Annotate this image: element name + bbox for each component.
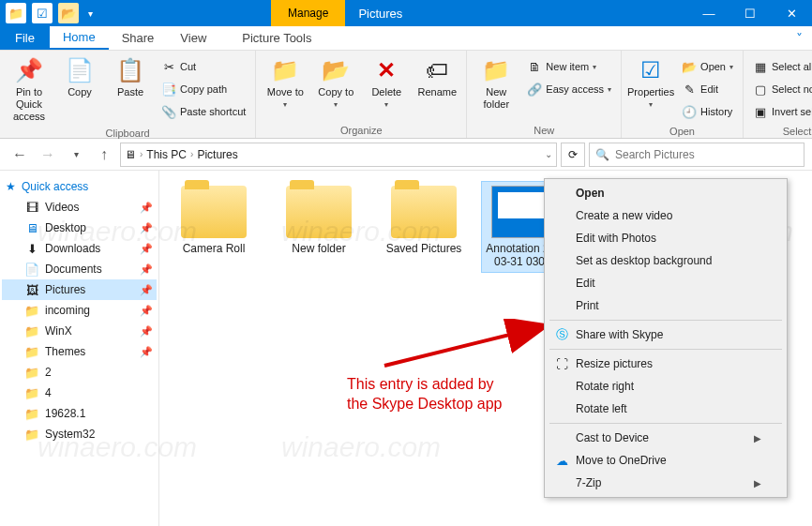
back-button[interactable]: ← <box>8 143 32 167</box>
qat-properties-icon[interactable]: ☑ <box>32 3 53 23</box>
tab-file[interactable]: File <box>0 26 50 50</box>
ctx-onedrive[interactable]: ☁Move to OneDrive <box>548 449 784 472</box>
chevron-right-icon: ▶ <box>754 478 761 488</box>
sidebar-item-incoming[interactable]: 📁incoming📌 <box>2 300 157 321</box>
file-item-camera-roll[interactable]: Camera Roll <box>167 182 261 259</box>
address-bar[interactable]: 🖥 › This PC › Pictures ⌄ <box>120 143 557 167</box>
new-group-label: New <box>473 123 615 136</box>
ctx-open[interactable]: Open <box>548 182 784 204</box>
easy-access-button[interactable]: 🔗Easy access ▾ <box>527 79 611 99</box>
ribbon-tabs: File Home Share View Picture Tools ˅ <box>0 26 812 51</box>
resize-icon: ⛶ <box>553 357 570 371</box>
titlebar: 📁 ☑ 📂 ▾ Manage Pictures — ☐ ✕ <box>0 0 812 26</box>
address-dropdown-icon[interactable]: ⌄ <box>545 149 552 159</box>
ctx-share-skype[interactable]: ⓈShare with Skype <box>548 323 784 346</box>
tab-home[interactable]: Home <box>50 26 109 50</box>
chevron-right-icon[interactable]: › <box>190 149 193 159</box>
rename-button[interactable]: 🏷Rename <box>414 54 460 100</box>
forward-button[interactable]: → <box>36 143 60 167</box>
minimize-button[interactable]: — <box>688 0 729 26</box>
select-none-button[interactable]: ▢Select none <box>753 79 812 99</box>
pc-icon: 🖥 <box>125 148 136 161</box>
sidebar-item-19628[interactable]: 📁19628.1 <box>2 403 157 424</box>
delete-button[interactable]: ✕Delete▾ <box>363 54 410 112</box>
copy-label: Copy <box>68 86 92 98</box>
ctx-rotate-left[interactable]: Rotate left <box>548 398 784 420</box>
ctx-edit-photos[interactable]: Edit with Photos <box>548 227 784 249</box>
contextual-tab-manage[interactable]: Manage <box>271 0 345 26</box>
skype-icon: Ⓢ <box>553 326 570 343</box>
refresh-button[interactable]: ⟳ <box>561 143 585 167</box>
maximize-button[interactable]: ☐ <box>729 0 771 26</box>
ribbon: 📌Pin to Quick access 📄Copy 📋Paste ✂Cut 📑… <box>0 51 812 139</box>
ctx-rotate-right[interactable]: Rotate right <box>548 375 784 398</box>
breadcrumb-thispc[interactable]: This PC <box>146 148 187 161</box>
breadcrumb-pictures[interactable]: Pictures <box>197 148 237 161</box>
close-button[interactable]: ✕ <box>771 0 812 26</box>
pictures-icon: 🖼 <box>24 283 39 297</box>
history-button[interactable]: 🕘History <box>682 101 733 122</box>
copy-path-button[interactable]: 📑Copy path <box>161 79 246 99</box>
folder-icon: 📁 <box>24 386 39 400</box>
folder-app-icon[interactable]: 📁 <box>6 3 26 23</box>
sidebar-quick-access[interactable]: ★Quick access <box>2 176 157 197</box>
ribbon-group-open: ☑Properties▾ 📂Open ▾ ✎Edit 🕘History Open <box>622 51 744 138</box>
ctx-edit[interactable]: Edit <box>548 272 784 294</box>
tab-share[interactable]: Share <box>109 26 168 50</box>
qat-newfolder-icon[interactable]: 📂 <box>58 3 79 23</box>
sidebar-item-downloads[interactable]: ⬇Downloads📌 <box>2 238 157 259</box>
select-all-button[interactable]: ▦Select all <box>753 56 812 77</box>
search-input[interactable]: 🔍 Search Pictures <box>589 143 804 167</box>
sidebar-item-system32[interactable]: 📁System32 <box>2 424 157 444</box>
pin-icon: 📌 <box>140 284 153 296</box>
copy-button[interactable]: 📄Copy <box>56 54 103 100</box>
sidebar-item-themes[interactable]: 📁Themes📌 <box>2 341 157 362</box>
recent-locations-button[interactable]: ▾ <box>64 143 88 167</box>
paste-shortcut-button[interactable]: 📎Paste shortcut <box>161 101 246 122</box>
invert-selection-button[interactable]: ▣Invert selection <box>753 101 812 122</box>
new-folder-button[interactable]: 📁New folder <box>473 54 519 113</box>
sidebar-item-pictures[interactable]: 🖼Pictures📌 <box>2 279 157 300</box>
tab-view[interactable]: View <box>167 26 219 50</box>
organize-group-label: Organize <box>262 123 460 136</box>
desktop-icon: 🖥 <box>24 221 39 235</box>
downloads-icon: ⬇ <box>24 242 39 256</box>
new-item-icon: 🗎 <box>527 60 542 74</box>
sidebar-item-4[interactable]: 📁4 <box>2 383 157 403</box>
pin-quickaccess-button[interactable]: 📌Pin to Quick access <box>6 54 53 126</box>
new-item-button[interactable]: 🗎New item ▾ <box>527 56 611 77</box>
selectall-icon: ▦ <box>753 60 768 74</box>
ctx-print[interactable]: Print <box>548 294 784 317</box>
ctx-create-video[interactable]: Create a new video <box>548 204 784 227</box>
context-menu: Open Create a new video Edit with Photos… <box>544 178 788 498</box>
ctx-cast[interactable]: Cast to Device▶ <box>548 427 784 449</box>
paste-button[interactable]: 📋Paste <box>107 54 154 100</box>
videos-icon: 🎞 <box>24 201 39 215</box>
ribbon-expand-icon[interactable]: ˅ <box>787 26 812 50</box>
qat-customize-icon[interactable]: ▾ <box>84 8 97 19</box>
folder-icon <box>181 186 247 238</box>
pin-icon: 📌 <box>140 243 153 255</box>
ctx-set-background[interactable]: Set as desktop background <box>548 249 784 272</box>
sidebar-item-videos[interactable]: 🎞Videos📌 <box>2 197 157 218</box>
copy-to-button[interactable]: 📂Copy to▾ <box>312 54 359 112</box>
folder-icon: 📁 <box>24 304 39 318</box>
up-button[interactable]: ↑ <box>92 143 116 167</box>
sidebar-item-documents[interactable]: 📄Documents📌 <box>2 259 157 279</box>
open-button[interactable]: 📂Open ▾ <box>682 56 733 77</box>
move-to-button[interactable]: 📁Move to▾ <box>262 54 308 112</box>
cut-button[interactable]: ✂Cut <box>161 56 246 77</box>
tab-picture-tools[interactable]: Picture Tools <box>229 26 324 50</box>
edit-button[interactable]: ✎Edit <box>682 79 733 99</box>
ctx-resize[interactable]: ⛶Resize pictures <box>548 353 784 375</box>
annotation-arrow <box>375 319 563 375</box>
sidebar-item-desktop[interactable]: 🖥Desktop📌 <box>2 218 157 238</box>
sidebar-item-2[interactable]: 📁2 <box>2 362 157 383</box>
file-item-new-folder[interactable]: New folder <box>272 182 366 259</box>
chevron-right-icon[interactable]: › <box>140 149 143 159</box>
clipboard-group-label: Clipboard <box>6 126 249 139</box>
sidebar-item-winx[interactable]: 📁WinX📌 <box>2 321 157 341</box>
ctx-7zip[interactable]: 7-Zip▶ <box>548 472 784 494</box>
file-item-saved-pictures[interactable]: Saved Pictures <box>377 182 471 259</box>
properties-button[interactable]: ☑Properties▾ <box>627 54 674 112</box>
